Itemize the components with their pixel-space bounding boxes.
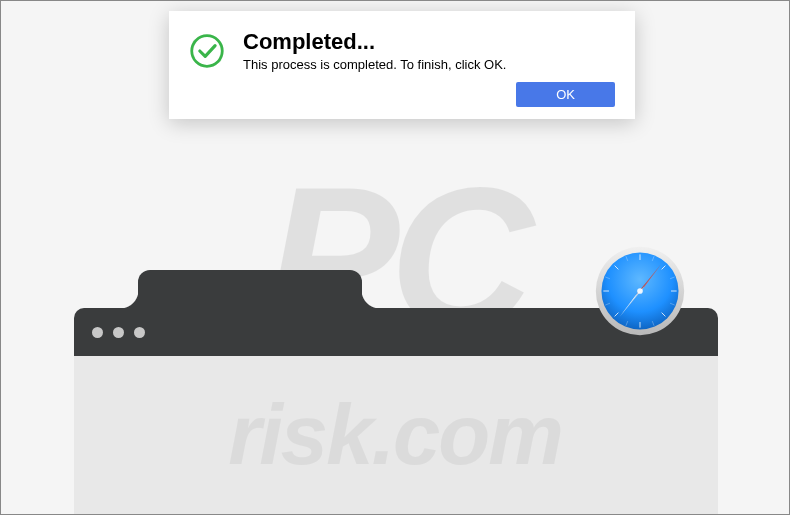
traffic-light-close-icon xyxy=(92,327,103,338)
completed-check-icon xyxy=(189,33,225,69)
traffic-light-maximize-icon xyxy=(134,327,145,338)
watermark-bottom-text: risk.com xyxy=(228,386,562,484)
dialog-button-row: OK xyxy=(243,82,615,107)
safari-icon xyxy=(593,244,687,338)
browser-tab xyxy=(138,270,362,310)
completed-dialog: Completed... This process is completed. … xyxy=(169,11,635,119)
dialog-title: Completed... xyxy=(243,29,615,55)
svg-point-25 xyxy=(637,288,643,294)
ok-button[interactable]: OK xyxy=(516,82,615,107)
svg-point-0 xyxy=(192,36,223,67)
traffic-light-minimize-icon xyxy=(113,327,124,338)
dialog-message: This process is completed. To finish, cl… xyxy=(243,57,615,72)
dialog-content: Completed... This process is completed. … xyxy=(243,29,615,107)
